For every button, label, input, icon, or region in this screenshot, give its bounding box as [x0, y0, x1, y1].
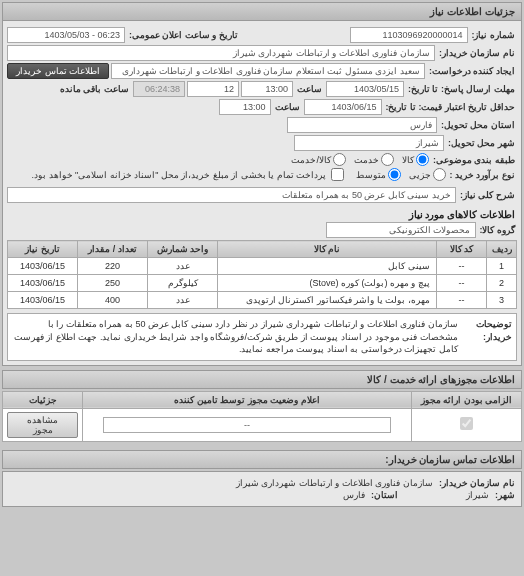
cell-unit: کیلوگرم [148, 275, 218, 292]
c-city-label: شهر: [493, 490, 517, 500]
need-type-r1-label: جزیی [409, 170, 431, 180]
buyer-field: سازمان فناوری اطلاعات و ارتباطات شهرداری… [7, 45, 435, 61]
cell-qty: 250 [78, 275, 148, 292]
cell-date: 1403/06/15 [8, 258, 78, 275]
c-city-value: شیراز [464, 490, 491, 500]
remaining-days: 12 [187, 81, 239, 97]
goods-table-header: ردیف کد کالا نام کالا واحد شمارش تعداد /… [8, 241, 517, 258]
lic-mandatory-cell [412, 408, 522, 441]
col-unit: واحد شمارش [148, 241, 218, 258]
time-label-2: ساعت [273, 102, 302, 112]
goods-section-title: اطلاعات کالاهای مورد نیاز [9, 209, 515, 220]
cell-date: 1403/06/15 [8, 292, 78, 309]
announce-label: تاریخ و ساعت اعلان عمومی: [127, 30, 240, 40]
table-row: 3--مهره، بولت یا واشر فیکساتور اکسترنال … [8, 292, 517, 309]
lic-col-status: اعلام وضعیت مجوز توسط تامین کننده [83, 391, 412, 408]
validity-label: حداقل تاریخ اعتبار قیمت: تا تاریخ: [384, 102, 518, 112]
remaining-time: 06:24:38 [133, 81, 185, 97]
deadline-reply-time: 13:00 [241, 81, 293, 97]
lic-col-mandatory: الزامی بودن ارائه مجوز [412, 391, 522, 408]
lic-status-select[interactable]: -- [103, 417, 391, 433]
need-type-radios: جزیی متوسط [356, 168, 446, 181]
cell-date: 1403/06/15 [8, 275, 78, 292]
license-table: الزامی بودن ارائه مجوز اعلام وضعیت مجوز … [2, 391, 522, 442]
group-type-radios: کالا خدمت کالا/خدمت [291, 153, 429, 166]
cell-name: سینی کابل [218, 258, 437, 275]
group-type-r3-input[interactable] [333, 153, 346, 166]
col-name: نام کالا [218, 241, 437, 258]
treasury-checkbox[interactable] [331, 168, 344, 181]
panel-header: جزئیات اطلاعات نیاز [3, 3, 521, 21]
need-type-r2-label: متوسط [356, 170, 386, 180]
cell-unit: عدد [148, 258, 218, 275]
group-type-r2-input[interactable] [381, 153, 394, 166]
time-label-1: ساعت [295, 84, 324, 94]
contact-buyer-button[interactable]: اطلاعات تماس خریدار [7, 63, 109, 79]
cell-idx: 2 [487, 275, 517, 292]
deadline-reply-date: 1403/05/15 [326, 81, 404, 97]
group-type-r3-label: کالا/خدمت [291, 155, 331, 165]
req-no-label: شماره نیاز: [470, 30, 518, 40]
deadline-reply-label: مهلت ارسال پاسخ: تا تاریخ: [406, 84, 517, 94]
cell-code: -- [437, 275, 487, 292]
remaining-suffix: ساعت باقی مانده [58, 84, 131, 94]
cell-name: مهره، بولت یا واشر فیکساتور اکسترنال ارت… [218, 292, 437, 309]
view-license-button[interactable]: مشاهده مجوز [7, 412, 78, 438]
goods-group-label: گروه کالا: [478, 225, 518, 235]
validity-time: 13:00 [219, 99, 271, 115]
col-idx: ردیف [487, 241, 517, 258]
need-details-panel: جزئیات اطلاعات نیاز شماره نیاز: 11030969… [2, 2, 522, 366]
group-type-r1[interactable]: کالا [402, 153, 429, 166]
need-type-r1-input[interactable] [433, 168, 446, 181]
license-table-header: الزامی بودن ارائه مجوز اعلام وضعیت مجوز … [3, 391, 522, 408]
c-org-label: نام سازمان خریدار: [437, 478, 517, 488]
province-field: فارس [287, 117, 437, 133]
need-type-r2-input[interactable] [388, 168, 401, 181]
cell-qty: 220 [78, 258, 148, 275]
desc-text: سازمان فناوری اطلاعات و ارتباطات شهرداری… [12, 318, 458, 356]
province-label: استان محل تحویل: [439, 120, 517, 130]
col-qty: تعداد / مقدار [78, 241, 148, 258]
need-type-r2[interactable]: متوسط [356, 168, 401, 181]
buyer-label: نام سازمان خریدار: [437, 48, 517, 58]
lic-ops-cell: مشاهده مجوز [3, 408, 83, 441]
c-org-value: سازمان فناوری اطلاعات و ارتباطات شهرداری… [234, 478, 435, 488]
need-type-label: نوع برآورد خرید : [448, 170, 518, 180]
cell-code: -- [437, 258, 487, 275]
treasury-note: پرداخت تمام یا بخشی از مبلغ خرید،از محل … [30, 170, 329, 180]
contact-section-header: اطلاعات تماس سازمان خریدار: [2, 450, 522, 469]
city-field: شیراز [294, 135, 444, 151]
requester-label: ایجاد کننده درخواست: [427, 66, 517, 76]
cell-code: -- [437, 292, 487, 309]
buyer-description: توضیحات خریدار: سازمان فناوری اطلاعات و … [7, 313, 517, 361]
validity-date: 1403/06/15 [304, 99, 382, 115]
col-date: تاریخ نیاز [8, 241, 78, 258]
cell-idx: 3 [487, 292, 517, 309]
need-type-r1[interactable]: جزیی [409, 168, 446, 181]
c-prov-label: استان: [369, 490, 400, 500]
goods-table: ردیف کد کالا نام کالا واحد شمارش تعداد /… [7, 240, 517, 309]
title-field: خرید سینی کابل عرض 50 به همراه متعلقات [7, 187, 456, 203]
cell-idx: 1 [487, 258, 517, 275]
desc-label: توضیحات خریدار: [462, 318, 512, 356]
city-label: شهر محل تحویل: [446, 138, 517, 148]
col-code: کد کالا [437, 241, 487, 258]
lic-col-ops: جزئیات [3, 391, 83, 408]
group-type-r2-label: خدمت [354, 155, 379, 165]
cell-name: پیچ و مهره (بولت) کوره (Stove) [218, 275, 437, 292]
cell-unit: عدد [148, 292, 218, 309]
title-label: شرح کلی نیاز: [458, 190, 517, 200]
license-section-header: اطلاعات مجوزهای ارائه خدمت / کالا [2, 370, 522, 389]
group-type-r1-input[interactable] [416, 153, 429, 166]
group-type-r2[interactable]: خدمت [354, 153, 394, 166]
goods-group-field: محصولات الکترونیکی [326, 222, 476, 238]
lic-status-cell: -- [83, 408, 412, 441]
lic-mandatory-checkbox [460, 417, 473, 430]
license-row: -- مشاهده مجوز [3, 408, 522, 441]
group-type-r3[interactable]: کالا/خدمت [291, 153, 346, 166]
group-type-r1-label: کالا [402, 155, 414, 165]
table-row: 2--پیچ و مهره (بولت) کوره (Stove)کیلوگرم… [8, 275, 517, 292]
cell-qty: 400 [78, 292, 148, 309]
req-no-field: 1103096920000014 [350, 27, 468, 43]
table-row: 1--سینی کابلعدد2201403/06/15 [8, 258, 517, 275]
